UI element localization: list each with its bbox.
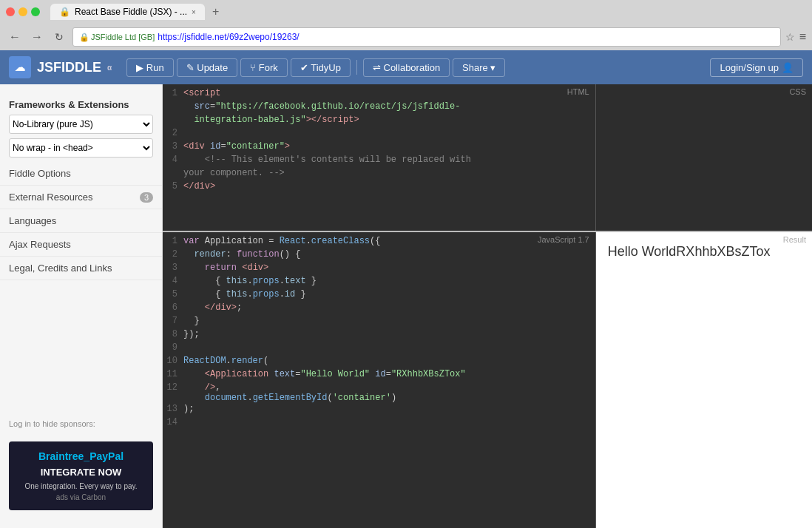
browser-navbar: ← → ↻ 🔒 JSFiddle Ltd [GB] https://jsfidd…: [0, 24, 812, 50]
html-editor-panel[interactable]: HTML 1 <script src="https://facebook.git…: [163, 84, 596, 231]
back-button[interactable]: ←: [6, 28, 24, 46]
share-button[interactable]: Share ▾: [453, 58, 505, 77]
line: 3 <div id="container">: [163, 141, 595, 154]
address-bar[interactable]: 🔒 JSFiddle Ltd [GB] https://jsfiddle.net…: [72, 27, 781, 47]
collaboration-button[interactable]: ⇌ Collaboration: [363, 58, 450, 77]
ad-via: ads via Carbon: [18, 493, 144, 501]
logo-text: JSFIDDLE: [37, 60, 101, 75]
line: 8 });: [163, 328, 595, 342]
line: 9: [163, 342, 595, 355]
sidebar-item-fiddle-options[interactable]: Fiddle Options: [0, 162, 162, 186]
address-url: https://jsfiddle.net/69z2wepo/19263/: [158, 32, 299, 42]
ad-brand: Braintree_PayPal: [18, 450, 144, 462]
ad-desc: One integration. Every way to pay.: [18, 482, 144, 490]
sidebar-item-ajax-requests[interactable]: Ajax Requests: [0, 233, 162, 257]
ad-cta: INTEGRATE NOW: [18, 467, 144, 478]
login-button[interactable]: Login/Sign up 👤: [710, 58, 803, 77]
css-editor-panel[interactable]: CSS: [596, 84, 812, 231]
editors-area: HTML 1 <script src="https://facebook.git…: [163, 84, 812, 528]
app-container: ☁ JSFIDDLEα ▶ Run ✎ Update ⑂ Fork ✔ Tidy…: [0, 50, 812, 528]
editors-top: HTML 1 <script src="https://facebook.git…: [163, 84, 812, 232]
app-navbar: ☁ JSFIDDLEα ▶ Run ✎ Update ⑂ Fork ✔ Tidy…: [0, 50, 812, 84]
ad-block[interactable]: Braintree_PayPal INTEGRATE NOW One integ…: [9, 441, 153, 510]
sidebar-item-external-resources[interactable]: External Resources 3: [0, 186, 162, 209]
line: 4 { this.props.text }: [163, 275, 595, 288]
result-label: Result: [783, 235, 806, 244]
line: your component. -->: [163, 167, 595, 180]
secure-badge: 🔒 JSFiddle Ltd [GB]: [79, 33, 155, 42]
nav-divider: [356, 60, 357, 75]
browser-titlebar: 🔒 React Base Fiddle (JSX) - ... × +: [0, 0, 812, 24]
sponsor-label: Log in to hide sponsors:: [0, 415, 162, 433]
line: 3 return <div>: [163, 262, 595, 275]
app-logo: ☁ JSFIDDLEα: [9, 56, 112, 78]
languages-label: Languages: [9, 215, 56, 226]
html-editor-content[interactable]: 1 <script src="https://facebook.github.i…: [163, 84, 595, 231]
ajax-requests-label: Ajax Requests: [9, 239, 71, 250]
editors-bottom: JavaScript 1.7 1 var Application = React…: [163, 232, 812, 528]
browser-dots: [6, 7, 40, 16]
line: 5 </div>: [163, 180, 595, 194]
legal-label: Legal, Credits and Links: [9, 263, 112, 274]
reload-button[interactable]: ↻: [50, 28, 68, 46]
fork-button[interactable]: ⑂ Fork: [240, 58, 288, 77]
main-content: Frameworks & Extensions No-Library (pure…: [0, 84, 812, 528]
alpha-badge: α: [107, 64, 112, 72]
login-label: Login/Sign up: [720, 62, 779, 73]
html-label: HTML: [567, 87, 589, 96]
js-editor-panel[interactable]: JavaScript 1.7 1 var Application = React…: [163, 232, 596, 528]
line: 5 { this.props.id }: [163, 288, 595, 302]
logo-icon: ☁: [9, 56, 31, 78]
sidebar-item-legal[interactable]: Legal, Credits and Links: [0, 257, 162, 280]
line: 7 }: [163, 315, 595, 328]
library-select[interactable]: No-Library (pure JS): [9, 115, 153, 134]
bookmark-button[interactable]: ☆: [785, 31, 795, 43]
line: 1 var Application = React.createClass({: [163, 235, 595, 248]
js-label: JavaScript 1.7: [538, 235, 589, 244]
sidebar: Frameworks & Extensions No-Library (pure…: [0, 84, 163, 528]
run-button[interactable]: ▶ Run: [126, 58, 173, 77]
result-panel: Result Hello WorldRXhhbXBsZTox: [596, 232, 812, 528]
tab-title: React Base Fiddle (JSX) - ...: [75, 7, 187, 17]
line: 14: [163, 416, 595, 430]
js-editor-content[interactable]: 1 var Application = React.createClass({ …: [163, 232, 595, 528]
external-resources-label: External Resources: [9, 192, 92, 203]
close-dot[interactable]: [6, 7, 15, 16]
line: 12 />, document.getElementById('containe…: [163, 382, 595, 403]
line: 11 <Application text="Hello World" id="R…: [163, 368, 595, 382]
line: 2 render: function() {: [163, 248, 595, 262]
line: 2: [163, 127, 595, 141]
line: 6 </div>;: [163, 302, 595, 315]
maximize-dot[interactable]: [31, 7, 40, 16]
line: src="https://facebook.github.io/react/js…: [163, 101, 595, 114]
external-resources-badge: 3: [140, 192, 153, 203]
sidebar-item-languages[interactable]: Languages: [0, 209, 162, 233]
forward-button[interactable]: →: [28, 28, 46, 46]
new-tab-button[interactable]: +: [212, 5, 219, 18]
frameworks-title: Frameworks & Extensions: [0, 93, 162, 115]
update-button[interactable]: ✎ Update: [177, 58, 238, 77]
line: 4 <!-- This element's contents will be r…: [163, 154, 595, 167]
result-content: Hello WorldRXhhbXBsZTox: [596, 232, 812, 271]
browser-tab[interactable]: 🔒 React Base Fiddle (JSX) - ... ×: [50, 4, 205, 20]
minimize-dot[interactable]: [18, 7, 27, 16]
user-icon: 👤: [782, 62, 794, 73]
css-label: CSS: [789, 87, 806, 96]
line: 10 ReactDOM.render(: [163, 355, 595, 368]
tab-close-icon[interactable]: ×: [192, 8, 196, 16]
browser-chrome: 🔒 React Base Fiddle (JSX) - ... × + ← → …: [0, 0, 812, 528]
fiddle-options-label: Fiddle Options: [9, 168, 71, 179]
line: integration-babel.js"></script>: [163, 114, 595, 127]
tidy-button[interactable]: ✔ TidyUp: [291, 58, 351, 77]
wrap-select[interactable]: No wrap - in <head>: [9, 138, 153, 158]
line: 1 <script: [163, 87, 595, 101]
menu-button[interactable]: ≡: [799, 30, 806, 44]
line: 13 );: [163, 403, 595, 416]
